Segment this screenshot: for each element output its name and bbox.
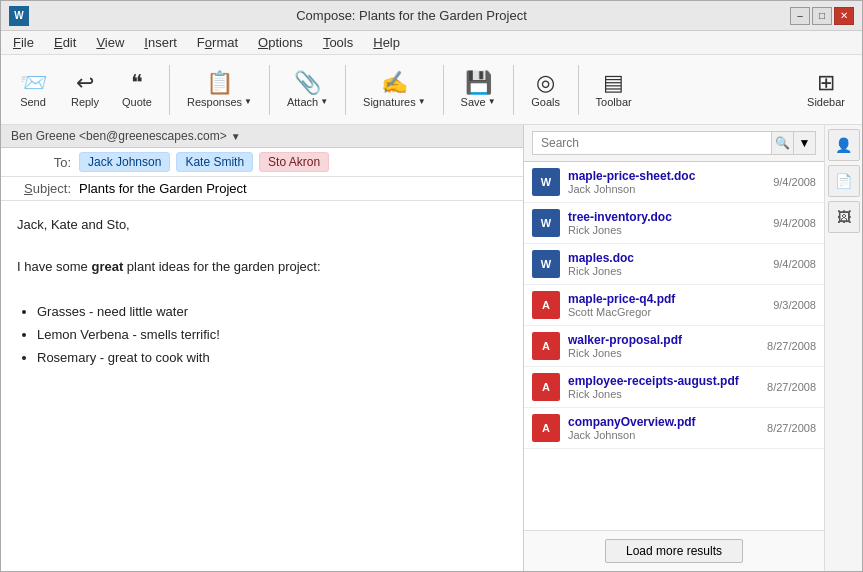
file-date-6: 8/27/2008 <box>767 422 816 434</box>
responses-arrow: ▼ <box>244 97 252 106</box>
toolbar-button[interactable]: ▤ Toolbar <box>587 61 641 119</box>
from-dropdown-arrow[interactable]: ▼ <box>231 131 241 142</box>
search-input[interactable] <box>532 131 772 155</box>
menu-file[interactable]: File <box>9 34 38 51</box>
to-chip-kate-smith[interactable]: Kate Smith <box>176 152 253 172</box>
subject-field-row: Subject: <box>1 177 523 201</box>
file-info-0: maple-price-sheet.doc Jack Johnson <box>568 169 765 195</box>
responses-icon: 📋 <box>206 72 233 94</box>
file-meta-0: Jack Johnson <box>568 183 765 195</box>
file-icon-pdf: A <box>532 332 560 360</box>
load-more-section: Load more results <box>524 530 824 571</box>
body-intro: I have some great plant ideas for the ga… <box>17 257 507 278</box>
responses-label: Responses▼ <box>187 96 252 108</box>
sidebar-contacts-icon[interactable]: 👤 <box>828 129 860 161</box>
attach-button[interactable]: 📎 Attach▼ <box>278 61 337 119</box>
menu-help[interactable]: Help <box>369 34 404 51</box>
file-item-4[interactable]: A walker-proposal.pdf Rick Jones 8/27/20… <box>524 326 824 367</box>
sidebar-icons-panel: 👤 📄 🖼 <box>824 125 862 571</box>
compose-window: W Compose: Plants for the Garden Project… <box>0 0 863 572</box>
sidebar-image-icon[interactable]: 🖼 <box>828 201 860 233</box>
email-body[interactable]: Jack, Kate and Sto, I have some great pl… <box>1 201 523 571</box>
titlebar: W Compose: Plants for the Garden Project… <box>1 1 862 31</box>
goals-button[interactable]: ◎ Goals <box>522 61 570 119</box>
search-box: 🔍 ▼ <box>524 125 824 162</box>
file-item-5[interactable]: A employee-receipts-august.pdf Rick Jone… <box>524 367 824 408</box>
close-button[interactable]: ✕ <box>834 7 854 25</box>
sidebar-doc-icon[interactable]: 📄 <box>828 165 860 197</box>
body-list-item-1: Grasses - need little water <box>37 302 507 323</box>
menu-edit[interactable]: Edit <box>50 34 80 51</box>
file-date-0: 9/4/2008 <box>773 176 816 188</box>
search-options-button[interactable]: ▼ <box>794 131 816 155</box>
quote-button[interactable]: ❝ Quote <box>113 61 161 119</box>
file-meta-5: Rick Jones <box>568 388 759 400</box>
subject-input[interactable] <box>79 181 513 196</box>
minimize-button[interactable]: – <box>790 7 810 25</box>
to-chips-container: Jack Johnson Kate Smith Sto Akron <box>79 152 513 172</box>
reply-label: Reply <box>71 96 99 108</box>
file-item-6[interactable]: A companyOverview.pdf Jack Johnson 8/27/… <box>524 408 824 449</box>
load-more-button[interactable]: Load more results <box>605 539 743 563</box>
file-name-6: companyOverview.pdf <box>568 415 759 429</box>
menubar: File Edit View Insert Format Options Too… <box>1 31 862 55</box>
to-chip-sto-akron[interactable]: Sto Akron <box>259 152 329 172</box>
right-pane: 🔍 ▼ W maple-price-sheet.doc Jack Johnson… <box>524 125 824 571</box>
signatures-label: Signatures▼ <box>363 96 426 108</box>
menu-format[interactable]: Format <box>193 34 242 51</box>
body-list-item-2: Lemon Verbena - smells terrific! <box>37 325 507 346</box>
save-button[interactable]: 💾 Save▼ <box>452 61 505 119</box>
to-label: To: <box>11 155 71 170</box>
window-controls: – □ ✕ <box>790 7 854 25</box>
toolbar-separator-1 <box>169 65 170 115</box>
menu-options[interactable]: Options <box>254 34 307 51</box>
app-icon: W <box>9 6 29 26</box>
search-icons: 🔍 ▼ <box>772 131 816 155</box>
file-icon-word: W <box>532 250 560 278</box>
responses-button[interactable]: 📋 Responses▼ <box>178 61 261 119</box>
file-meta-1: Rick Jones <box>568 224 765 236</box>
toolbar-separator-5 <box>513 65 514 115</box>
save-icon: 💾 <box>465 72 492 94</box>
toolbar-separator-6 <box>578 65 579 115</box>
sidebar-button[interactable]: ⊞ Sidebar <box>798 61 854 119</box>
file-item-0[interactable]: W maple-price-sheet.doc Jack Johnson 9/4… <box>524 162 824 203</box>
file-icon-pdf: A <box>532 291 560 319</box>
file-item-3[interactable]: A maple-price-q4.pdf Scott MacGregor 9/3… <box>524 285 824 326</box>
restore-button[interactable]: □ <box>812 7 832 25</box>
body-list: Grasses - need little water Lemon Verben… <box>37 302 507 368</box>
menu-insert[interactable]: Insert <box>140 34 181 51</box>
file-date-5: 8/27/2008 <box>767 381 816 393</box>
file-icon-word: W <box>532 168 560 196</box>
from-line: Ben Greene <ben@greenescapes.com> ▼ <box>1 125 523 148</box>
file-info-5: employee-receipts-august.pdf Rick Jones <box>568 374 759 400</box>
file-name-4: walker-proposal.pdf <box>568 333 759 347</box>
sidebar-label: Sidebar <box>807 96 845 108</box>
file-name-2: maples.doc <box>568 251 765 265</box>
toolbar: 📨 Send ↩ Reply ❝ Quote 📋 Responses▼ 📎 At… <box>1 55 862 125</box>
quote-icon: ❝ <box>131 72 143 94</box>
file-item-2[interactable]: W maples.doc Rick Jones 9/4/2008 <box>524 244 824 285</box>
menu-view[interactable]: View <box>92 34 128 51</box>
file-date-1: 9/4/2008 <box>773 217 816 229</box>
to-chip-jack-johnson[interactable]: Jack Johnson <box>79 152 170 172</box>
goals-icon: ◎ <box>536 72 555 94</box>
send-button[interactable]: 📨 Send <box>9 61 57 119</box>
file-item-1[interactable]: W tree-inventory.doc Rick Jones 9/4/2008 <box>524 203 824 244</box>
reply-button[interactable]: ↩ Reply <box>61 61 109 119</box>
file-icon-pdf: A <box>532 414 560 442</box>
search-submit-button[interactable]: 🔍 <box>772 131 794 155</box>
file-info-4: walker-proposal.pdf Rick Jones <box>568 333 759 359</box>
file-meta-3: Scott MacGregor <box>568 306 765 318</box>
left-pane: Ben Greene <ben@greenescapes.com> ▼ To: … <box>1 125 524 571</box>
attach-label: Attach▼ <box>287 96 328 108</box>
file-info-3: maple-price-q4.pdf Scott MacGregor <box>568 292 765 318</box>
menu-tools[interactable]: Tools <box>319 34 357 51</box>
file-info-6: companyOverview.pdf Jack Johnson <box>568 415 759 441</box>
signatures-button[interactable]: ✍ Signatures▼ <box>354 61 435 119</box>
toolbar-separator-3 <box>345 65 346 115</box>
attach-icon: 📎 <box>294 72 321 94</box>
file-name-0: maple-price-sheet.doc <box>568 169 765 183</box>
file-info-1: tree-inventory.doc Rick Jones <box>568 210 765 236</box>
signatures-icon: ✍ <box>381 72 408 94</box>
